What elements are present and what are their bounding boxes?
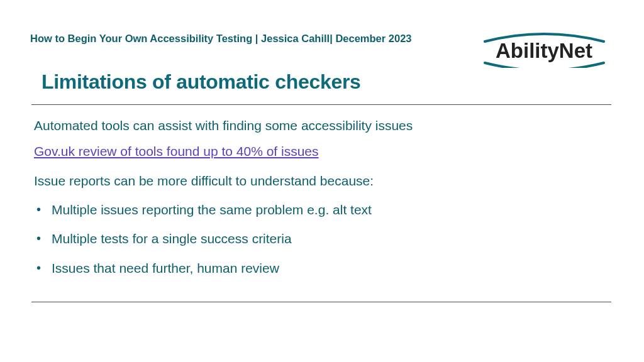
breadcrumb: How to Begin Your Own Accessibility Test…	[30, 33, 412, 45]
divider-top	[31, 104, 611, 105]
list-item: Issues that need further, human review	[52, 260, 606, 277]
subhead-text: Issue reports can be more difficult to u…	[34, 172, 606, 190]
intro-text: Automated tools can assist with finding …	[34, 117, 606, 134]
svg-text:AbilityNet: AbilityNet	[496, 39, 592, 62]
divider-bottom	[31, 302, 611, 302]
list-item: Multiple tests for a single success crit…	[52, 230, 606, 248]
abilitynet-logo: AbilityNet	[480, 30, 609, 68]
bullet-list: Multiple issues reporting the same probl…	[34, 201, 606, 277]
list-item: Multiple issues reporting the same probl…	[52, 201, 606, 219]
main-content: Automated tools can assist with finding …	[34, 117, 606, 288]
page-title: Limitations of automatic checkers	[42, 70, 361, 94]
govuk-review-link[interactable]: Gov.uk review of tools found up to 40% o…	[34, 143, 319, 160]
